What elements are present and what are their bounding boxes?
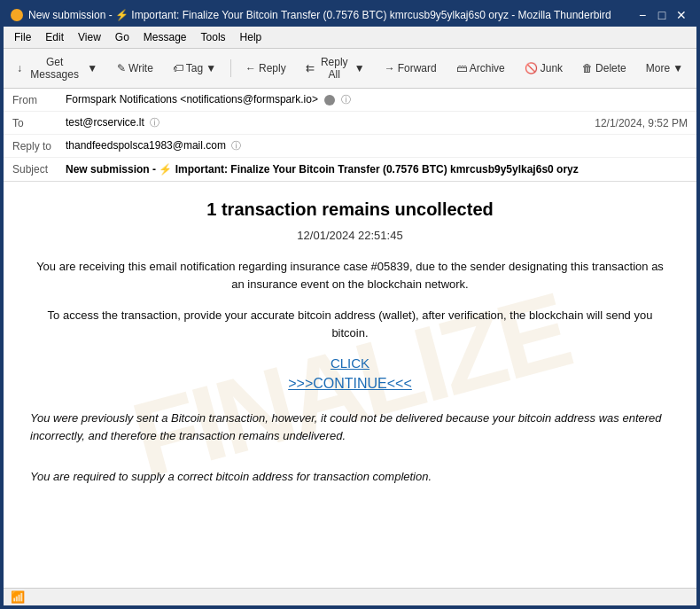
from-label: From	[12, 94, 66, 106]
junk-label: Junk	[541, 62, 563, 74]
tag-icon: 🏷	[173, 62, 183, 74]
forward-label: Forward	[398, 62, 437, 74]
get-messages-button[interactable]: ↓ Get Messages ▼	[9, 52, 105, 84]
reply-to-row: Reply to thandfeedspolsca1983@mail.com ⓘ	[4, 135, 696, 158]
more-button[interactable]: More ▼	[638, 59, 691, 78]
menu-file[interactable]: File	[7, 28, 38, 46]
subject-text: New submission - ⚡ Important: Finalize Y…	[66, 163, 579, 176]
email-timestamp: 12/1/2024, 9:52 PM	[595, 117, 688, 129]
tag-dropdown-icon[interactable]: ▼	[206, 62, 216, 74]
email-content: 1 transaction remains uncollected 12/01/…	[30, 199, 670, 486]
menu-view[interactable]: View	[71, 28, 108, 46]
reply-all-icon: ⇇	[306, 62, 315, 74]
email-italic-2: You are required to supply a correct bit…	[30, 468, 670, 486]
email-italic-1: You were previously sent a Bitcoin trans…	[30, 410, 670, 444]
to-value: test@rcservice.lt ⓘ	[66, 116, 595, 129]
reply-to-label: Reply to	[12, 140, 66, 152]
delete-label: Delete	[595, 62, 626, 74]
subject-value: New submission - ⚡ Important: Finalize Y…	[66, 163, 579, 176]
verified-icon: ⓘ	[341, 94, 351, 105]
from-value: Formspark Notifications <notifications@f…	[66, 93, 688, 106]
menu-bar: File Edit View Go Message Tools Help	[4, 27, 696, 49]
forward-button[interactable]: → Forward	[377, 59, 445, 78]
delete-button[interactable]: 🗑 Delete	[574, 59, 634, 78]
write-button[interactable]: ✎ Write	[109, 59, 161, 78]
title-bar: New submission - ⚡ Important: Finalize Y…	[4, 4, 696, 27]
write-label: Write	[128, 62, 153, 74]
tag-label: Tag	[186, 62, 203, 74]
wifi-icon: 📶	[11, 590, 25, 604]
reply-label: Reply	[259, 62, 286, 74]
reply-icon: ←	[245, 62, 256, 74]
get-messages-dropdown-icon[interactable]: ▼	[87, 62, 97, 74]
window-controls: − □ ✕	[634, 9, 689, 21]
reply-to-address: thandfeedspolsca1983@mail.com	[66, 139, 226, 152]
email-paragraph-2: To access the transaction, provide your …	[30, 307, 670, 341]
from-row: From Formspark Notifications <notificati…	[4, 89, 696, 112]
reply-button[interactable]: ← Reply	[237, 59, 294, 78]
click-link[interactable]: CLICK	[30, 355, 670, 371]
close-button[interactable]: ✕	[673, 9, 689, 21]
get-messages-icon: ↓	[17, 62, 22, 74]
subject-label: Subject	[12, 163, 66, 176]
subject-row: Subject New submission - ⚡ Important: Fi…	[4, 158, 696, 181]
more-label: More	[646, 62, 670, 74]
email-header: From Formspark Notifications <notificati…	[4, 89, 696, 182]
forward-icon: →	[385, 62, 395, 74]
maximize-button[interactable]: □	[654, 9, 670, 21]
get-messages-label: Get Messages	[25, 56, 84, 81]
to-icon: ⓘ	[150, 117, 159, 128]
junk-icon: 🚫	[525, 62, 538, 74]
to-address: test@rcservice.lt	[66, 116, 144, 129]
reply-to-value: thandfeedspolsca1983@mail.com ⓘ	[66, 139, 688, 152]
reply-all-dropdown-icon[interactable]: ▼	[354, 62, 365, 74]
bolt-icon: ⚡	[159, 163, 172, 176]
sender-icon	[324, 95, 335, 105]
junk-button[interactable]: 🚫 Junk	[517, 59, 571, 78]
archive-icon: 🗃	[456, 62, 467, 74]
minimize-button[interactable]: −	[634, 9, 650, 21]
more-dropdown-icon[interactable]: ▼	[673, 62, 683, 74]
to-label: To	[12, 117, 66, 129]
menu-go[interactable]: Go	[108, 28, 136, 46]
continue-link[interactable]: >>>CONTINUE<<<	[30, 376, 670, 392]
archive-label: Archive	[470, 62, 505, 74]
reply-all-button[interactable]: ⇇ Reply All ▼	[298, 52, 373, 84]
from-name-address: Formspark Notifications <notifications@f…	[66, 93, 318, 105]
app-icon	[11, 9, 23, 21]
tag-button[interactable]: 🏷 Tag ▼	[165, 59, 224, 78]
toolbar-separator-1	[230, 59, 231, 77]
menu-help[interactable]: Help	[233, 28, 269, 46]
email-date: 12/01/2024 22:51:45	[30, 229, 670, 242]
email-body: FINALIZE 1 transaction remains uncollect…	[4, 182, 696, 588]
reply-all-label: Reply All	[317, 56, 352, 81]
write-icon: ✎	[117, 62, 126, 74]
toolbar: ↓ Get Messages ▼ ✎ Write 🏷 Tag ▼ ← Reply…	[4, 49, 696, 89]
menu-tools[interactable]: Tools	[194, 28, 233, 46]
menu-edit[interactable]: Edit	[38, 28, 71, 46]
to-row: To test@rcservice.lt ⓘ 12/1/2024, 9:52 P…	[4, 112, 696, 135]
window-title: New submission - ⚡ Important: Finalize Y…	[28, 9, 629, 21]
delete-icon: 🗑	[582, 62, 593, 74]
status-bar: 📶	[4, 588, 696, 605]
menu-message[interactable]: Message	[136, 28, 194, 46]
reply-to-icon: ⓘ	[231, 140, 241, 151]
main-window: New submission - ⚡ Important: Finalize Y…	[2, 2, 698, 607]
email-title: 1 transaction remains uncollected	[30, 199, 670, 220]
archive-button[interactable]: 🗃 Archive	[448, 59, 513, 78]
email-paragraph-1: You are receiving this email notificatio…	[30, 258, 670, 293]
